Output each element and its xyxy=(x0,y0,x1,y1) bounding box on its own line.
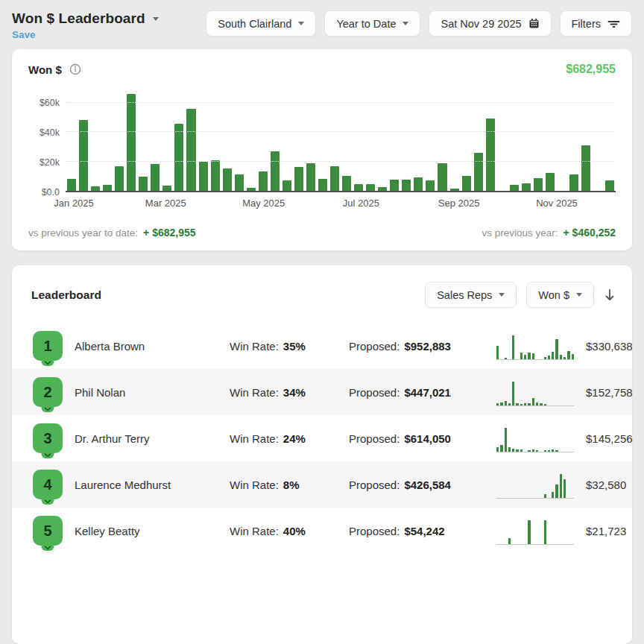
chevron-down-icon xyxy=(45,546,51,550)
chart-bar[interactable] xyxy=(139,177,148,191)
won-amount: $32,580 xyxy=(586,479,626,491)
chart-bar[interactable] xyxy=(462,176,471,191)
win-rate-stat: Win Rate:24% xyxy=(230,432,349,445)
chart-bar[interactable] xyxy=(306,163,315,191)
chevron-down-icon xyxy=(45,453,51,458)
chart-bar[interactable] xyxy=(534,178,543,191)
proposed-stat: Proposed:$54,242 xyxy=(349,525,496,537)
chart-bar[interactable] xyxy=(354,184,363,191)
rank-expand-tab[interactable] xyxy=(42,450,54,458)
filters-button[interactable]: Filters xyxy=(560,10,632,37)
sparkline-bar xyxy=(496,403,499,405)
chart-bar[interactable] xyxy=(115,166,124,191)
chevron-down-icon xyxy=(402,22,408,25)
sort-descending-icon[interactable] xyxy=(604,288,616,302)
rank-badge[interactable]: 1 xyxy=(33,331,63,361)
chart-bar[interactable] xyxy=(486,119,495,191)
chart-bar[interactable] xyxy=(235,174,244,191)
metric-select[interactable]: Won $ xyxy=(526,282,594,308)
sparkline-bar xyxy=(505,428,507,452)
leaderboard-title: Leaderboard xyxy=(31,288,101,302)
chart-bar[interactable] xyxy=(605,180,614,191)
save-link[interactable]: Save xyxy=(12,29,36,40)
chart-bar[interactable] xyxy=(259,171,268,191)
rank-number: 2 xyxy=(43,384,51,401)
sparkline-bar xyxy=(532,353,534,359)
chart-bar[interactable] xyxy=(162,186,171,191)
chart-bar[interactable] xyxy=(522,183,531,191)
chart-bar[interactable] xyxy=(426,180,435,191)
chart-bar[interactable] xyxy=(474,153,483,191)
sparkline-bar xyxy=(516,403,518,405)
rank-expand-tab[interactable] xyxy=(42,543,54,551)
dashboard-page: Won $ Leaderboard Save South ClairlandYe… xyxy=(0,0,644,644)
rank-expand-tab[interactable] xyxy=(42,496,54,505)
y-tick-label: $20k xyxy=(40,157,60,168)
rank-badge[interactable]: 4 xyxy=(33,470,63,499)
won-amount: $330,638 xyxy=(586,340,633,353)
chart-bar[interactable] xyxy=(569,174,578,191)
won-sparkline xyxy=(496,470,574,499)
won-sparkline xyxy=(496,517,574,545)
chart-bar[interactable] xyxy=(271,151,280,191)
chart-bar[interactable] xyxy=(366,184,375,191)
x-tick-label: Nov 2025 xyxy=(536,198,578,209)
chart-bar[interactable] xyxy=(438,163,446,191)
chart-bar[interactable] xyxy=(546,173,555,191)
group-by-select[interactable]: Sales Reps xyxy=(425,282,517,308)
bar-series xyxy=(67,88,614,191)
chart-bar[interactable] xyxy=(414,177,423,191)
sparkline-bar xyxy=(520,449,523,452)
title-block: Won $ Leaderboard Save xyxy=(12,10,159,40)
chart-bar[interactable] xyxy=(91,186,100,191)
chart-bar[interactable] xyxy=(402,180,411,191)
date-picker[interactable]: Sat Nov 29 2025 xyxy=(429,10,551,37)
info-icon[interactable] xyxy=(69,63,81,75)
won-sparkline xyxy=(496,332,574,360)
chart-bar[interactable] xyxy=(199,162,208,191)
rank-number: 4 xyxy=(43,476,51,493)
chart-bar[interactable] xyxy=(174,124,183,191)
chart-bar[interactable] xyxy=(223,168,232,191)
chart-bar[interactable] xyxy=(390,180,399,191)
sparkline-bar xyxy=(564,479,566,498)
rank-expand-tab[interactable] xyxy=(42,404,54,412)
chart-bar[interactable] xyxy=(186,109,195,191)
date-picker-label: Sat Nov 29 2025 xyxy=(441,18,521,30)
x-axis: Jan 2025Mar 2025May 2025Jul 2025Sep 2025… xyxy=(66,192,616,210)
chart-bar[interactable] xyxy=(282,180,291,191)
won-sparkline xyxy=(496,378,574,406)
gridline xyxy=(66,102,616,103)
sparkline-bar xyxy=(500,445,502,452)
chart-bar[interactable] xyxy=(450,189,459,191)
vs-ytd-label: vs previous year to date: xyxy=(28,227,138,239)
chart-bar[interactable] xyxy=(342,176,351,191)
chart-bar[interactable] xyxy=(67,179,76,191)
report-title-dropdown[interactable]: Won $ Leaderboard xyxy=(12,10,159,27)
sparkline-bar xyxy=(544,357,546,359)
sparkline-bar xyxy=(564,357,566,359)
chart-bar[interactable] xyxy=(103,185,112,191)
chart-bar[interactable] xyxy=(247,188,256,191)
rank-badge[interactable]: 3 xyxy=(33,423,63,453)
region-select[interactable]: South Clairland xyxy=(206,10,316,37)
filters-button-label: Filters xyxy=(572,18,601,30)
rank-badge[interactable]: 5 xyxy=(33,516,63,546)
date-range-select[interactable]: Year to Date xyxy=(324,10,420,37)
chart-bar[interactable] xyxy=(211,160,220,191)
proposed-value: $426,584 xyxy=(404,479,451,491)
chart-bar[interactable] xyxy=(151,164,160,191)
chart-bar[interactable] xyxy=(294,167,303,191)
rank-badge[interactable]: 2 xyxy=(33,377,63,407)
chart-bar[interactable] xyxy=(127,94,136,191)
chart-bar[interactable] xyxy=(510,185,519,191)
sparkline-bar xyxy=(505,401,507,405)
chart-bar[interactable] xyxy=(581,145,590,191)
chart-bar[interactable] xyxy=(318,179,327,191)
leaderboard-row: 5Kelley BeattyWin Rate:40%Proposed:$54,2… xyxy=(12,508,632,554)
date-range-select-label: Year to Date xyxy=(336,18,396,30)
sparkline-bar xyxy=(508,447,511,452)
chart-bar[interactable] xyxy=(378,187,387,191)
chart-bar[interactable] xyxy=(330,166,339,191)
rank-expand-tab[interactable] xyxy=(42,358,54,366)
